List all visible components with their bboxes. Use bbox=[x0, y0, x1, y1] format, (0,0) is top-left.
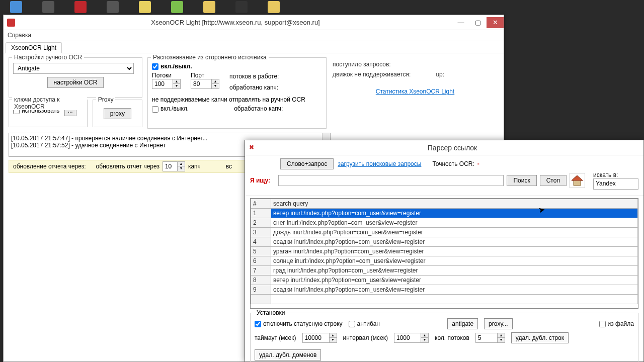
interval-spinner[interactable]: ▲▼ bbox=[394, 333, 429, 343]
search-button[interactable]: Поиск bbox=[507, 175, 536, 186]
row-query: ветер inurl:/index.php?option=com_user&v… bbox=[271, 276, 638, 285]
row-query: дождь inurl:/index.php?option=com_user&v… bbox=[271, 228, 638, 237]
ocr-group-title: Настройки ручного OCR bbox=[12, 54, 84, 61]
ocr-settings-button[interactable]: настройки OCR bbox=[47, 77, 104, 88]
row-query: ураган inurl:/index.php?option=com_user&… bbox=[271, 247, 638, 256]
table-row[interactable]: 9осадки inurl:/index.php?option=com_user… bbox=[251, 285, 638, 295]
antiban-checkbox[interactable] bbox=[349, 321, 355, 327]
ocr-settings-group: Настройки ручного OCR Antigate настройки… bbox=[9, 57, 142, 98]
parser-window: ✖ Парсер ссылок Слово+запрос загрузить п… bbox=[245, 140, 644, 362]
ocr-accuracy-label: Точность OCR: bbox=[432, 160, 474, 167]
threads-working-label: потоков в работе: bbox=[229, 73, 279, 80]
port-label: Порт bbox=[191, 72, 219, 79]
tab-xseonocr[interactable]: XseonOCR Light bbox=[6, 42, 62, 53]
col-query[interactable]: search query bbox=[271, 199, 638, 209]
titlebar[interactable]: ✖ Парсер ссылок bbox=[245, 140, 643, 155]
table-row[interactable]: 2снег inurl:/index.php?option=com_user&v… bbox=[251, 218, 638, 228]
onoff2-checkbox-label[interactable]: вкл./выкл. bbox=[152, 105, 189, 112]
settings-title: Установки bbox=[255, 309, 287, 316]
window-title: XseonOCR Light [http://www.xseon.ru, sup… bbox=[19, 19, 452, 26]
stats-engine: движок не поддерживается: bbox=[333, 69, 411, 79]
row-number: 1 bbox=[251, 209, 271, 218]
settings-group: Установки отключить статусную строку ант… bbox=[250, 313, 638, 362]
maximize-button[interactable]: ▢ bbox=[469, 17, 487, 28]
captcha-done-label: обработано капч: bbox=[229, 84, 279, 91]
tabstrip: XseonOCR Light bbox=[4, 41, 504, 53]
onoff2-checkbox[interactable] bbox=[152, 106, 158, 113]
row-number: 2 bbox=[251, 218, 271, 228]
disable-status-label[interactable]: отключить статусную строку bbox=[255, 320, 343, 327]
table-row[interactable]: 5ураган inurl:/index.php?option=com_user… bbox=[251, 247, 638, 256]
keys-group-title: ключи доступа к XseonOCR bbox=[12, 96, 87, 110]
refresh-spinner[interactable]: ▲▼ bbox=[163, 161, 185, 171]
antiban-label[interactable]: антибан bbox=[349, 320, 380, 327]
proxy-button[interactable]: proxy bbox=[104, 108, 131, 119]
search-in-label: искать в: bbox=[593, 171, 638, 178]
row-number: 4 bbox=[251, 237, 271, 247]
table-row[interactable]: 1ветер inurl:/index.php?option=com_user&… bbox=[251, 209, 638, 218]
vs-label: вс bbox=[226, 163, 232, 170]
row-query: солнце inurl:/index.php?option=com_user&… bbox=[271, 256, 638, 266]
table-row[interactable]: 4осадки inurl:/index.php?option=com_user… bbox=[251, 237, 638, 247]
row-number: 7 bbox=[251, 266, 271, 276]
ocr-service-select[interactable]: Antigate bbox=[13, 63, 134, 74]
from-file-label[interactable]: из файла bbox=[599, 320, 634, 327]
table-row[interactable]: 6солнце inurl:/index.php?option=com_user… bbox=[251, 256, 638, 266]
minimize-button[interactable]: — bbox=[452, 17, 469, 28]
onoff-checkbox[interactable] bbox=[152, 63, 158, 70]
update-label: обновление отчета через: bbox=[13, 163, 86, 170]
close-button[interactable]: ✕ bbox=[487, 17, 504, 28]
row-number: 9 bbox=[251, 285, 271, 295]
stats-panel: поступило запросов: движок не поддержива… bbox=[331, 56, 500, 100]
close-icon[interactable]: ✖ bbox=[249, 144, 257, 152]
search-input[interactable] bbox=[278, 175, 504, 186]
stats-up: up: bbox=[436, 69, 444, 79]
captch-label: капч bbox=[188, 163, 201, 170]
timeout-spinner[interactable]: ▲▼ bbox=[302, 333, 337, 343]
disable-status-checkbox[interactable] bbox=[255, 321, 261, 327]
stats-requests: поступило запросов: bbox=[333, 59, 498, 69]
proxy-group-title: Proxy bbox=[96, 96, 116, 103]
antigate-button[interactable]: antigate bbox=[447, 318, 478, 329]
svg-marker-1 bbox=[572, 175, 583, 180]
threads-label: кол. потоков bbox=[435, 334, 469, 341]
refresh-label: обновлять отчет через bbox=[96, 163, 159, 170]
menu-help[interactable]: Справка bbox=[4, 30, 504, 41]
row-query: осадки inurl:/index.php?option=com_user&… bbox=[271, 237, 638, 247]
ocr-accuracy-value: - bbox=[477, 160, 479, 167]
threads-spinner[interactable]: ▲▼ bbox=[475, 333, 505, 343]
window-title: Парсер ссылок bbox=[261, 144, 643, 152]
row-number: 3 bbox=[251, 228, 271, 237]
engine-select[interactable]: Yandex bbox=[593, 178, 638, 190]
threads-label: Потоки bbox=[152, 72, 181, 79]
row-query: осадки inurl:/index.php?option=com_user&… bbox=[271, 285, 638, 295]
threads-spinner[interactable]: ▲▼ bbox=[152, 79, 181, 89]
onoff-checkbox-label[interactable]: вкл./выкл. bbox=[152, 63, 192, 70]
keys-group: ключи доступа к XseonOCR использовать ..… bbox=[9, 100, 88, 127]
table-row[interactable]: 8ветер inurl:/index.php?option=com_user&… bbox=[251, 276, 638, 285]
stats-link[interactable]: Статистика XseonOCR Light bbox=[376, 88, 454, 95]
recog-group-title: Распознавание из стороннего источника bbox=[151, 54, 269, 61]
stop-button[interactable]: Стоп bbox=[540, 175, 567, 186]
from-file-checkbox[interactable] bbox=[599, 321, 606, 327]
row-query: снег inurl:/index.php?option=com_user&vi… bbox=[271, 218, 638, 228]
load-queries-link[interactable]: загрузить поисковые запросы bbox=[338, 160, 421, 167]
remove-dup-lines-button[interactable]: удал. дубл. строк bbox=[511, 332, 569, 343]
word-query-button[interactable]: Слово+запрос bbox=[280, 158, 334, 169]
app-icon bbox=[7, 19, 15, 27]
timeout-label: таймаут (мсек) bbox=[255, 334, 296, 341]
titlebar[interactable]: XseonOCR Light [http://www.xseon.ru, sup… bbox=[4, 15, 504, 30]
table-row[interactable]: 3дождь inurl:/index.php?option=com_user&… bbox=[251, 228, 638, 237]
row-number: 5 bbox=[251, 247, 271, 256]
port-spinner[interactable]: ▲▼ bbox=[191, 79, 219, 89]
proxy-button[interactable]: proxy... bbox=[484, 318, 512, 329]
query-grid[interactable]: # search query 1ветер inurl:/index.php?o… bbox=[250, 198, 638, 309]
col-number[interactable]: # bbox=[251, 199, 271, 209]
row-number: 6 bbox=[251, 256, 271, 266]
remove-dup-domains-button[interactable]: удал. дубл. доменов bbox=[255, 349, 321, 360]
row-number: 8 bbox=[251, 276, 271, 285]
proxy-group: Proxy proxy bbox=[93, 100, 142, 127]
captcha-done2-label: обработано капч: bbox=[234, 105, 283, 112]
table-row[interactable]: 7град inurl:/index.php?option=com_user&v… bbox=[251, 266, 638, 276]
home-icon[interactable] bbox=[570, 173, 585, 188]
